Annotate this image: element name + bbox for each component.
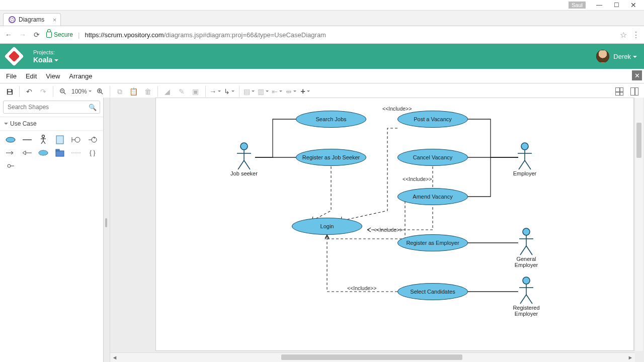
- tab-close-icon[interactable]: ×: [53, 16, 57, 24]
- save-button[interactable]: [3, 85, 16, 98]
- nav-reload-button[interactable]: ⟳: [32, 31, 41, 39]
- url-path: /diagrams.jsp#diagram:proj=66&type=UseCa…: [164, 31, 326, 39]
- chevron-down-icon: [54, 59, 58, 63]
- chevron-down-icon: [633, 56, 637, 60]
- zoom-dropdown[interactable]: 100%: [70, 88, 93, 95]
- svg-rect-1: [8, 92, 12, 94]
- undo-button[interactable]: ↶: [23, 85, 36, 98]
- window-titlebar: Saul — ☐ ✕: [0, 0, 644, 11]
- zoom-out-button[interactable]: [56, 85, 69, 98]
- canvas-area: Job seeker Employer General Employer Reg…: [110, 98, 644, 100]
- svg-rect-0: [8, 89, 11, 91]
- browser-tab[interactable]: Diagrams ×: [3, 13, 61, 26]
- distribute-button[interactable]: ⇹: [285, 85, 298, 98]
- zoom-in-button[interactable]: [94, 85, 107, 98]
- menu-view[interactable]: View: [46, 72, 60, 80]
- favicon-icon: [9, 16, 16, 23]
- svg-line-6: [101, 93, 103, 95]
- app-header: Projects: Koala Derek: [0, 44, 644, 69]
- menu-file[interactable]: File: [6, 72, 17, 80]
- menubar: File Edit View Arrange ✕: [0, 69, 644, 83]
- svg-line-3: [64, 93, 66, 95]
- vertical-scrollbar[interactable]: [634, 98, 643, 100]
- browser-menu-icon[interactable]: ⋮: [632, 30, 640, 40]
- add-element-button[interactable]: +: [299, 85, 312, 98]
- delete-button[interactable]: 🗑: [141, 85, 154, 98]
- window-user-badge: Saul: [569, 2, 586, 9]
- user-menu[interactable]: Derek: [613, 53, 637, 60]
- zoom-value: 100%: [71, 88, 87, 95]
- copy-button[interactable]: ⧉: [113, 85, 126, 98]
- user-name: Derek: [613, 53, 631, 60]
- window-minimize-button[interactable]: —: [591, 0, 608, 10]
- app-logo[interactable]: [4, 46, 24, 66]
- layout-split-button[interactable]: [628, 85, 641, 98]
- panel-resize-gutter[interactable]: [104, 98, 110, 100]
- menu-edit[interactable]: Edit: [26, 72, 37, 80]
- connector-straight-button[interactable]: →: [209, 85, 222, 98]
- nav-back-button[interactable]: ←: [4, 31, 13, 39]
- fill-color-button[interactable]: ◢: [161, 85, 174, 98]
- projects-label: Projects:: [33, 49, 58, 56]
- url-host: https://scrum.vpository.com: [85, 31, 164, 39]
- browser-address-bar: ← → ⟳ Secure | https://scrum.vpository.c…: [0, 26, 644, 44]
- to-front-button[interactable]: ▤: [243, 85, 256, 98]
- chevron-down-icon: [89, 90, 92, 94]
- url-display[interactable]: https://scrum.vpository.com/diagrams.jsp…: [85, 31, 615, 39]
- workspace: 🔍 Use Case { }: [0, 98, 644, 100]
- align-button[interactable]: ⇤: [271, 85, 284, 98]
- to-back-button[interactable]: ▥: [257, 85, 270, 98]
- layout-single-button[interactable]: [613, 85, 626, 98]
- project-name: Koala: [33, 56, 52, 64]
- paste-button[interactable]: 📋: [127, 85, 140, 98]
- tab-title: Diagrams: [19, 16, 44, 23]
- browser-tab-strip: Diagrams ×: [0, 11, 644, 26]
- shadow-button[interactable]: ▣: [189, 85, 202, 98]
- lock-icon: [46, 32, 52, 38]
- close-panel-button[interactable]: ✕: [632, 70, 642, 80]
- diagram-canvas[interactable]: Job seeker Employer General Employer Reg…: [155, 98, 634, 100]
- window-maximize-button[interactable]: ☐: [608, 0, 625, 10]
- menu-arrange[interactable]: Arrange: [69, 72, 92, 80]
- secure-label: Secure: [54, 31, 73, 38]
- nav-forward-button[interactable]: →: [18, 31, 27, 39]
- secure-indicator: Secure: [46, 31, 73, 38]
- bookmark-icon[interactable]: ☆: [620, 30, 627, 40]
- connector-elbow-button[interactable]: ↳: [223, 85, 236, 98]
- window-close-button[interactable]: ✕: [625, 0, 642, 10]
- line-color-button[interactable]: ✎: [175, 85, 188, 98]
- redo-button[interactable]: ↷: [37, 85, 50, 98]
- project-switcher[interactable]: Projects: Koala: [33, 49, 58, 64]
- user-avatar[interactable]: [596, 50, 609, 63]
- shape-panel: 🔍 Use Case { }: [0, 98, 104, 100]
